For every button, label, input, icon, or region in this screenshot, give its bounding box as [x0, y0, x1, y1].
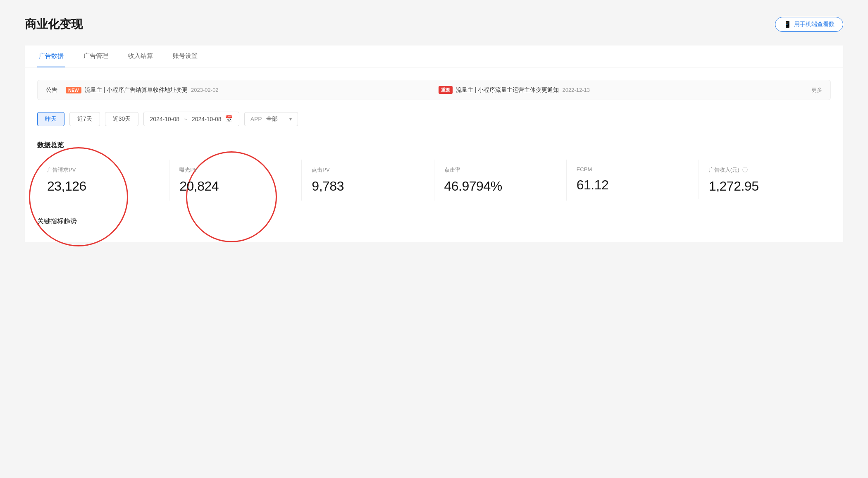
date-start: 2024-10-08: [150, 116, 179, 122]
tab-ad-data[interactable]: 广告数据: [37, 45, 65, 67]
tab-ad-manage[interactable]: 广告管理: [82, 45, 110, 67]
announce-text-1[interactable]: 流量主 | 小程序广告结算单收件地址变更: [85, 86, 188, 94]
trend-section: 关键指标趋势: [37, 217, 831, 226]
metric-ad-request: 广告请求PV 23,126: [37, 160, 169, 201]
filter-yesterday[interactable]: 昨天: [37, 112, 64, 126]
metric-exposure-value: 20,824: [179, 179, 291, 194]
trend-section-title: 关键指标趋势: [37, 217, 831, 226]
metrics-row: 广告请求PV 23,126 曝光PV 20,824 点击PV 9,783 点击率…: [37, 160, 831, 201]
metric-ecpm-value: 61.12: [577, 177, 689, 193]
badge-important: 重要: [439, 86, 453, 94]
date-separator: ～: [183, 115, 188, 123]
metric-click-label: 点击PV: [312, 166, 424, 174]
metric-exposure: 曝光PV 20,824: [169, 160, 302, 201]
date-range-picker[interactable]: 2024-10-08 ～ 2024-10-08 📅: [143, 112, 239, 126]
metric-ctr-label: 点击率: [444, 166, 556, 174]
info-icon[interactable]: ⓘ: [742, 167, 748, 173]
filter-30days[interactable]: 近30天: [105, 112, 139, 126]
app-filter-dropdown[interactable]: APP 全部 ▾: [244, 112, 298, 126]
announce-item-2: 重要 流量主 | 小程序流量主运营主体变更通知 2022-12-13: [439, 86, 803, 94]
badge-new: NEW: [66, 87, 81, 93]
page-header: 商业化变现 📱 用手机端查看数: [25, 17, 843, 32]
metric-ecpm: ECPM 61.12: [567, 160, 699, 199]
data-overview-title: 数据总览: [37, 141, 831, 150]
metric-ctr: 点击率 46.9794%: [434, 160, 567, 201]
announcement-bar: 公告 NEW 流量主 | 小程序广告结算单收件地址变更 2023-02-02 重…: [37, 80, 831, 100]
announce-label: 公告: [46, 86, 57, 94]
metric-exposure-label: 曝光PV: [179, 166, 291, 174]
metric-click-value: 9,783: [312, 179, 424, 194]
announce-date-1: 2023-02-02: [191, 87, 219, 93]
metric-ctr-value: 46.9794%: [444, 179, 556, 194]
calendar-icon: 📅: [225, 115, 233, 123]
phone-icon: 📱: [784, 21, 792, 28]
mobile-btn-label: 用手机端查看数: [794, 21, 835, 28]
tab-bar: 广告数据 广告管理 收入结算 账号设置: [25, 45, 843, 67]
tab-account[interactable]: 账号设置: [171, 45, 199, 67]
chevron-down-icon: ▾: [289, 116, 292, 122]
page-wrapper: 商业化变现 📱 用手机端查看数 广告数据 广告管理 收入结算 账号设置 公告 N…: [0, 0, 868, 478]
tab-income[interactable]: 收入结算: [126, 45, 155, 67]
metric-revenue-label: 广告收入(元) ⓘ: [709, 166, 821, 174]
app-filter-value: 全部: [266, 115, 278, 123]
metric-click: 点击PV 9,783: [302, 160, 434, 201]
main-content: 公告 NEW 流量主 | 小程序广告结算单收件地址变更 2023-02-02 重…: [25, 67, 843, 242]
date-end: 2024-10-08: [192, 116, 222, 122]
announce-item-1: NEW 流量主 | 小程序广告结算单收件地址变更 2023-02-02: [66, 86, 430, 94]
announce-text-2[interactable]: 流量主 | 小程序流量主运营主体变更通知: [456, 86, 559, 94]
filter-7days[interactable]: 近7天: [69, 112, 100, 126]
metric-revenue: 广告收入(元) ⓘ 1,272.95: [699, 160, 831, 201]
more-link[interactable]: 更多: [811, 86, 822, 94]
filter-bar: 昨天 近7天 近30天 2024-10-08 ～ 2024-10-08 📅 AP…: [37, 112, 831, 126]
metric-ad-request-value: 23,126: [47, 179, 159, 194]
metric-ecpm-label: ECPM: [577, 166, 689, 172]
app-filter-label: APP: [250, 116, 262, 122]
data-overview-section: 数据总览 广告请求PV 23,126 曝光PV 20,824 点击PV 9,78…: [37, 141, 831, 201]
metric-ad-request-label: 广告请求PV: [47, 166, 159, 174]
mobile-view-button[interactable]: 📱 用手机端查看数: [775, 17, 843, 32]
page-title: 商业化变现: [25, 17, 83, 32]
metric-revenue-value: 1,272.95: [709, 179, 821, 194]
announce-date-2: 2022-12-13: [562, 87, 590, 93]
